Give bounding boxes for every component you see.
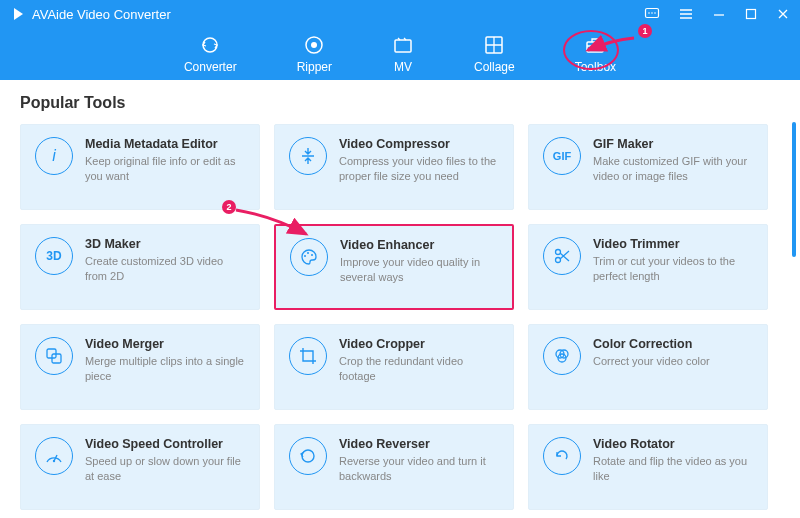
tool-desc: Make customized GIF with your video or i… (593, 154, 753, 184)
svg-point-5 (203, 38, 217, 52)
tool-title: Video Compressor (339, 137, 499, 151)
svg-point-7 (311, 42, 317, 48)
menu-icon[interactable] (678, 6, 694, 22)
reverse-icon (289, 437, 327, 475)
tool-media-metadata-editor[interactable]: i Media Metadata EditorKeep original fil… (20, 124, 260, 210)
tool-desc: Improve your video quality in several wa… (340, 255, 498, 285)
tool-title: Color Correction (593, 337, 753, 351)
tool-desc: Merge multiple clips into a single piece (85, 354, 245, 384)
tool-desc: Rotate and flip the video as you like (593, 454, 753, 484)
tool-video-compressor[interactable]: Video CompressorCompress your video file… (274, 124, 514, 210)
tool-video-trimmer[interactable]: Video TrimmerTrim or cut your videos to … (528, 224, 768, 310)
svg-point-3 (654, 12, 656, 14)
svg-rect-4 (747, 10, 756, 19)
compress-icon (289, 137, 327, 175)
converter-icon (199, 34, 221, 56)
nav-tabs: Converter Ripper MV Collage Toolbox (0, 28, 800, 80)
tool-video-cropper[interactable]: Video CropperCrop the redundant video fo… (274, 324, 514, 410)
minimize-icon[interactable] (712, 7, 726, 21)
color-icon (543, 337, 581, 375)
svg-point-16 (556, 258, 561, 263)
close-icon[interactable] (776, 7, 790, 21)
tool-title: Video Reverser (339, 437, 499, 451)
app-title: AVAide Video Converter (32, 7, 171, 22)
tab-converter-label: Converter (184, 60, 237, 74)
tools-grid: i Media Metadata EditorKeep original fil… (20, 124, 780, 510)
rotate-icon (543, 437, 581, 475)
annotation-badge-1: 1 (638, 24, 652, 38)
svg-point-22 (53, 460, 55, 462)
tool-desc: Correct your video color (593, 354, 753, 369)
tool-video-reverser[interactable]: Video ReverserReverse your video and tur… (274, 424, 514, 510)
feedback-icon[interactable] (644, 6, 660, 22)
annotation-arrow-2 (232, 206, 312, 246)
ripper-icon (303, 34, 325, 56)
tool-title: Media Metadata Editor (85, 137, 245, 151)
svg-point-13 (307, 252, 309, 254)
scissors-icon (543, 237, 581, 275)
3d-icon: 3D (35, 237, 73, 275)
tool-desc: Crop the redundant video footage (339, 354, 499, 384)
svg-point-2 (651, 12, 653, 14)
content-area: Popular Tools i Media Metadata EditorKee… (0, 80, 800, 518)
window-controls (644, 6, 790, 22)
app-logo-icon (10, 6, 26, 22)
tool-desc: Keep original file info or edit as you w… (85, 154, 245, 184)
tool-desc: Speed up or slow down your file at ease (85, 454, 245, 484)
app-title-area: AVAide Video Converter (10, 6, 171, 22)
svg-point-12 (304, 255, 306, 257)
tab-converter[interactable]: Converter (184, 34, 237, 74)
tool-desc: Create customized 3D video from 2D (85, 254, 245, 284)
title-bar: AVAide Video Converter (0, 0, 800, 28)
tool-title: GIF Maker (593, 137, 753, 151)
svg-point-1 (648, 12, 650, 14)
tool-title: Video Merger (85, 337, 245, 351)
info-icon: i (35, 137, 73, 175)
speed-icon (35, 437, 73, 475)
tool-video-merger[interactable]: Video MergerMerge multiple clips into a … (20, 324, 260, 410)
tool-color-correction[interactable]: Color CorrectionCorrect your video color (528, 324, 768, 410)
collage-icon (483, 34, 505, 56)
tab-collage[interactable]: Collage (474, 34, 515, 74)
tab-ripper[interactable]: Ripper (297, 34, 332, 74)
header: AVAide Video Converter Converter Ripper … (0, 0, 800, 80)
merge-icon (35, 337, 73, 375)
tab-ripper-label: Ripper (297, 60, 332, 74)
section-title: Popular Tools (20, 94, 780, 112)
tool-gif-maker[interactable]: GIF GIF MakerMake customized GIF with yo… (528, 124, 768, 210)
tab-mv-label: MV (394, 60, 412, 74)
tool-desc: Reverse your video and turn it backwards (339, 454, 499, 484)
maximize-icon[interactable] (744, 7, 758, 21)
tool-video-speed-controller[interactable]: Video Speed ControllerSpeed up or slow d… (20, 424, 260, 510)
crop-icon (289, 337, 327, 375)
tab-collage-label: Collage (474, 60, 515, 74)
tool-title: Video Cropper (339, 337, 499, 351)
tool-desc: Compress your video files to the proper … (339, 154, 499, 184)
tool-title: Video Trimmer (593, 237, 753, 251)
tool-title: 3D Maker (85, 237, 245, 251)
mv-icon (392, 34, 414, 56)
tool-title: Video Enhancer (340, 238, 498, 252)
svg-point-15 (556, 250, 561, 255)
gif-icon: GIF (543, 137, 581, 175)
tool-3d-maker[interactable]: 3D 3D MakerCreate customized 3D video fr… (20, 224, 260, 310)
annotation-arrow-1 (582, 34, 638, 56)
tool-desc: Trim or cut your videos to the perfect l… (593, 254, 753, 284)
svg-rect-8 (395, 40, 411, 52)
tool-title: Video Rotator (593, 437, 753, 451)
tab-mv[interactable]: MV (392, 34, 414, 74)
tool-title: Video Speed Controller (85, 437, 245, 451)
svg-text:i: i (52, 147, 56, 164)
svg-point-14 (311, 254, 313, 256)
scrollbar[interactable] (792, 122, 796, 257)
tool-video-rotator[interactable]: Video RotatorRotate and flip the video a… (528, 424, 768, 510)
